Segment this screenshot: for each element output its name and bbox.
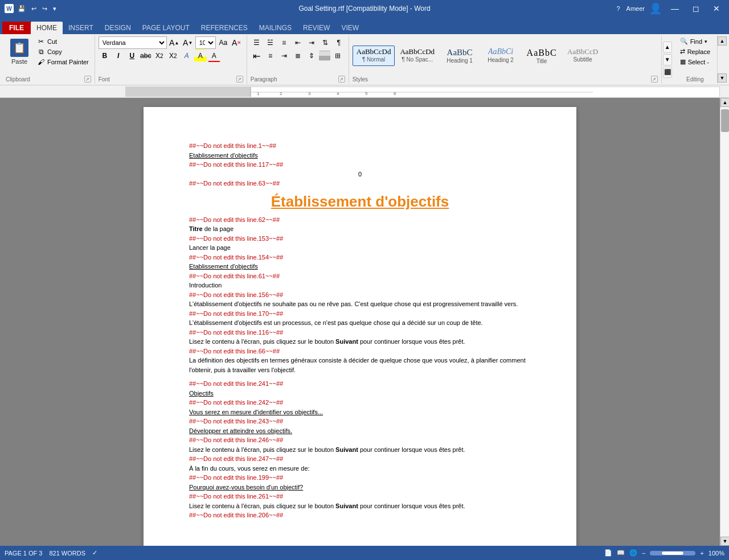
styles-label: Styles — [353, 75, 368, 83]
ribbon-tab-bar: FILE HOME INSERT DESIGN PAGE LAYOUT REFE… — [0, 17, 729, 34]
zoom-level[interactable]: 100% — [708, 550, 724, 557]
tab-view[interactable]: VIEW — [335, 22, 364, 34]
font-dialog-btn[interactable]: ↗ — [236, 76, 243, 83]
style-title[interactable]: AaBbC Title — [522, 46, 562, 66]
scroll-up-btn[interactable]: ▲ — [720, 98, 729, 107]
text-highlight-btn[interactable]: A — [194, 50, 207, 62]
paste-button[interactable]: 📋 Paste — [6, 36, 33, 67]
tab-references[interactable]: REFERENCES — [195, 22, 253, 34]
style-normal[interactable]: AaBbCcDd ¶ Normal — [353, 46, 395, 66]
zoom-in-btn[interactable]: + — [700, 550, 703, 557]
qat-customize[interactable]: ▾ — [51, 4, 58, 14]
ruler-bar[interactable]: 1 2 3 4 5 6 — [251, 87, 720, 97]
ribbon-scroll-down[interactable]: ▼ — [718, 73, 727, 83]
scroll-track[interactable] — [720, 107, 729, 537]
styles-scroll-down[interactable]: ▼ — [663, 54, 672, 65]
view-read-mode[interactable]: 📖 — [617, 549, 625, 557]
qat-undo[interactable]: ↩ — [30, 4, 38, 14]
superscript-button[interactable]: X2 — [167, 50, 179, 62]
text-effects-btn[interactable]: A — [181, 50, 193, 62]
zoom-out-btn[interactable]: − — [642, 550, 645, 557]
change-case-btn[interactable]: Aa — [217, 36, 230, 49]
line-7: ##~~Do not edit this line.62~~## — [189, 215, 531, 225]
editing-group: 🔍 Find ▾ ⇄ Replace ▦ Select - Editing — [673, 35, 718, 84]
line-19: ##~~Do not edit this line.116~~## — [189, 328, 531, 337]
qat-save[interactable]: 💾 — [16, 4, 27, 14]
scroll-thumb[interactable] — [721, 109, 729, 132]
minimize-btn[interactable]: ― — [666, 3, 683, 14]
line-spacing-btn[interactable]: ⇕ — [305, 50, 318, 62]
tab-page-layout[interactable]: PAGE LAYOUT — [137, 22, 195, 34]
user-avatar[interactable]: 👤 — [649, 2, 662, 15]
line-11: ##~~Do not edit this line.154~~## — [189, 253, 531, 262]
italic-button[interactable]: I — [112, 50, 125, 62]
font-color-btn[interactable]: A — [208, 50, 220, 62]
line-27: ##~~Do not edit this line.243~~## — [189, 417, 531, 426]
tab-review[interactable]: REVIEW — [297, 22, 335, 34]
word-count[interactable]: 821 WORDS — [49, 550, 85, 557]
user-name[interactable]: Ameer — [626, 5, 645, 12]
font-size-shrink-btn[interactable]: A▼ — [182, 36, 194, 49]
justify-btn[interactable]: ≣ — [292, 50, 304, 62]
copy-button[interactable]: ⧉ Copy — [34, 47, 91, 57]
cut-button[interactable]: ✂ Cut — [34, 36, 91, 47]
style-heading1[interactable]: AaBbC Heading 1 — [440, 46, 480, 66]
tab-design[interactable]: DESIGN — [99, 22, 137, 34]
clipboard-dialog-btn[interactable]: ↗ — [84, 76, 91, 83]
vertical-scrollbar[interactable]: ▲ ▼ — [720, 98, 729, 546]
tab-insert[interactable]: INSERT — [63, 22, 99, 34]
scroll-down-btn[interactable]: ▼ — [720, 537, 729, 546]
zoom-slider-thumb[interactable] — [661, 551, 684, 555]
help-btn[interactable]: ? — [615, 4, 621, 13]
qat-redo[interactable]: ↪ — [40, 4, 49, 14]
page-indicator[interactable]: PAGE 1 OF 3 — [5, 550, 42, 557]
show-formatting-btn[interactable]: ¶ — [333, 36, 345, 49]
font-size-grow-btn[interactable]: A▲ — [168, 36, 181, 49]
line-23: ##~~Do not edit this line.241~~## — [189, 379, 531, 389]
restore-btn[interactable]: ◻ — [688, 3, 704, 14]
shading-btn[interactable] — [319, 51, 330, 61]
close-btn[interactable]: ✕ — [708, 3, 724, 14]
align-left-btn[interactable]: ⇤ — [251, 50, 263, 62]
ribbon-scroll-up[interactable]: ▲ — [718, 36, 727, 46]
styles-expand[interactable]: ⬛ — [663, 67, 672, 78]
document-area[interactable]: ##~~Do not edit this line.1~~## Etabliss… — [0, 98, 720, 546]
underline-button[interactable]: U — [126, 50, 138, 62]
style-no-spacing[interactable]: AaBbCcDd ¶ No Spac... — [396, 46, 439, 66]
subscript-button[interactable]: X2 — [153, 50, 166, 62]
increase-indent-btn[interactable]: ⇥ — [305, 36, 318, 49]
find-button[interactable]: 🔍 Find ▾ — [677, 36, 711, 46]
replace-button[interactable]: ⇄ Replace — [677, 47, 714, 56]
paragraph-dialog-btn[interactable]: ↗ — [338, 76, 345, 83]
select-button[interactable]: ▦ Select - — [677, 57, 712, 67]
bold-button[interactable]: B — [99, 50, 111, 62]
bullets-btn[interactable]: ☰ — [251, 36, 263, 49]
style-normal-preview: AaBbCcDd — [357, 47, 391, 56]
view-print-layout[interactable]: 📄 — [604, 549, 612, 557]
style-subtitle[interactable]: AaBbCcD Subtitle — [563, 46, 603, 66]
proofing-icon[interactable]: ✓ — [92, 549, 97, 557]
tab-file[interactable]: FILE — [2, 22, 31, 34]
view-web-layout[interactable]: 🌐 — [629, 549, 637, 557]
decrease-indent-btn[interactable]: ⇤ — [292, 36, 304, 49]
align-right-btn[interactable]: ⇥ — [278, 50, 290, 62]
title-bar-right: ? Ameer 👤 ― ◻ ✕ — [615, 2, 724, 15]
line-26: Vous serez en mesure d'identifier vos ob… — [189, 407, 531, 417]
strikethrough-button[interactable]: abc — [140, 50, 152, 62]
sort-btn[interactable]: ⇅ — [319, 36, 331, 49]
zoom-slider[interactable] — [650, 551, 695, 555]
clear-formatting-btn[interactable]: A✕ — [231, 36, 243, 49]
style-no-spacing-label: ¶ No Spac... — [402, 56, 433, 63]
style-heading2[interactable]: AaBbCi Heading 2 — [481, 46, 521, 66]
styles-dialog-btn[interactable]: ↗ — [651, 76, 658, 83]
align-center-btn[interactable]: ≡ — [264, 50, 277, 62]
font-name-select[interactable]: Verdana — [99, 36, 167, 49]
border-btn[interactable]: ⊞ — [331, 50, 344, 62]
font-size-select[interactable]: 10 — [195, 36, 216, 49]
tab-mailings[interactable]: MAILINGS — [253, 22, 297, 34]
tab-home[interactable]: HOME — [31, 22, 63, 34]
numbering-btn[interactable]: ☱ — [264, 36, 277, 49]
multilevel-list-btn[interactable]: ≡ — [278, 36, 290, 49]
format-painter-button[interactable]: 🖌 Format Painter — [34, 57, 91, 67]
styles-scroll-up[interactable]: ▲ — [663, 42, 672, 53]
